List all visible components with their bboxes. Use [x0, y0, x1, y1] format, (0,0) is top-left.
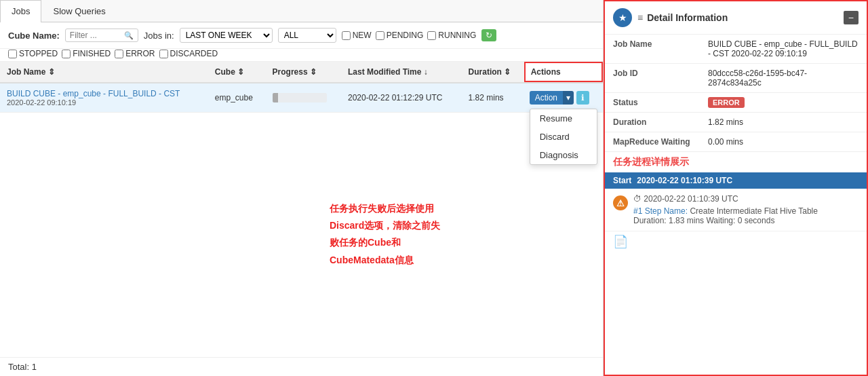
star-button[interactable]: ★ — [613, 8, 632, 27]
filter-bar-row2: STOPPED FINISHED ERROR DISCARDED — [0, 49, 603, 62]
job-name-cell[interactable]: BUILD CUBE - emp_cube - FULL_BUILD - CST… — [0, 83, 208, 113]
checkbox-running[interactable]: RUNNING — [427, 31, 476, 40]
detail-value-mapreduce: 0.00 mins — [700, 132, 867, 152]
step-label: #1 Step Name: — [633, 206, 688, 216]
timeline-entry: ⚠ ⏱ 2020-02-22 01:10:39 UTC #1 Step Name… — [605, 189, 867, 231]
detail-value-status: ERROR — [700, 93, 867, 113]
tab-jobs[interactable]: Jobs — [0, 0, 41, 22]
annotation-line3: 败任务的Cube和 — [330, 234, 440, 251]
action-dropdown-menu: Resume Discard Diagnosis — [530, 109, 597, 165]
jobs-in-select[interactable]: LAST ONE WEEK LAST ONE DAY LAST ONE MONT… — [180, 28, 273, 43]
annotation-line2: Discard选项，清除之前失 — [330, 217, 440, 234]
detail-panel: ★ ≡ Detail Information − Job Name BUILD … — [604, 0, 868, 376]
filter-bar: Cube Name: 🔍 Jobs in: LAST ONE WEEK LAST… — [0, 22, 603, 49]
detail-label-mapreduce: MapReduce Waiting — [605, 132, 700, 152]
actions-cell: Action ▾ ℹ Resume Discard Diagnosis — [524, 83, 603, 113]
step-name: Create Intermediate Flat Hive Table — [690, 206, 818, 216]
detail-row-jobid: Job ID 80dccc58-c26d-1595-bc47-2874c834a… — [605, 64, 867, 93]
document-icon[interactable]: 📄 — [605, 231, 867, 252]
actions-header-cell: Actions — [524, 62, 603, 82]
cube-cell: emp_cube — [208, 83, 266, 113]
detail-row-status: Status ERROR — [605, 93, 867, 113]
detail-value-duration: 1.82 mins — [700, 113, 867, 132]
checkbox-new[interactable]: NEW — [342, 31, 372, 40]
timeline-time: ⏱ 2020-02-22 01:10:39 UTC — [633, 194, 818, 204]
checkboxes-row2: STOPPED FINISHED ERROR DISCARDED — [8, 49, 218, 58]
total-row: Total: 1 — [0, 357, 603, 376]
filter-input[interactable] — [70, 31, 124, 40]
checkbox-discarded[interactable]: DISCARDED — [159, 49, 218, 58]
job-name-link[interactable]: BUILD CUBE - emp_cube - FULL_BUILD - CST — [7, 89, 201, 98]
start-bar: Start 2020-02-22 01:10:39 UTC — [605, 172, 867, 189]
detail-value-jobname: BUILD CUBE - emp_cube - FULL_BUILD - CST… — [700, 35, 867, 64]
detail-header: ★ ≡ Detail Information − — [605, 1, 867, 35]
duration-label: Duration: — [633, 216, 667, 225]
detail-annotation: 任务进程详情展示 — [605, 152, 867, 172]
detail-title: ≡ Detail Information — [637, 12, 838, 23]
col-actions: Actions — [524, 62, 603, 83]
action-button[interactable]: Action — [530, 91, 563, 105]
annotation-line4: CubeMatedata信息 — [330, 252, 440, 269]
detail-label-duration: Duration — [605, 113, 700, 132]
jobs-in-label: Jobs in: — [144, 31, 174, 41]
checkbox-stopped[interactable]: STOPPED — [8, 49, 58, 58]
detail-icon: ≡ — [637, 12, 643, 23]
job-date: 2020-02-22 09:10:19 — [7, 98, 201, 107]
checkboxes-row: NEW PENDING RUNNING — [342, 31, 477, 40]
minimize-button[interactable]: − — [844, 11, 859, 24]
search-icon: 🔍 — [124, 31, 134, 40]
waiting-label: Waiting: — [706, 216, 735, 225]
menu-item-resume[interactable]: Resume — [530, 109, 597, 128]
progress-fill — [273, 93, 278, 102]
detail-label-jobid: Job ID — [605, 64, 700, 93]
warning-icon: ⚠ — [613, 195, 628, 210]
jobs-table: Job Name ⇕ Cube ⇕ Progress ⇕ Last Modifi… — [0, 62, 603, 113]
detail-row-duration: Duration 1.82 mins — [605, 113, 867, 132]
annotation-overlay: 任务执行失败后选择使用 Discard选项，清除之前失 败任务的Cube和 Cu… — [326, 198, 444, 271]
checkbox-error[interactable]: ERROR — [115, 49, 155, 58]
detail-title-text: Detail Information — [647, 12, 728, 23]
action-caret-button[interactable]: ▾ — [563, 91, 574, 105]
jobs-table-container: Job Name ⇕ Cube ⇕ Progress ⇕ Last Modifi… — [0, 62, 603, 357]
menu-item-discard[interactable]: Discard — [530, 128, 597, 146]
duration-cell: 1.82 mins — [462, 83, 524, 113]
checkbox-finished[interactable]: FINISHED — [62, 49, 111, 58]
col-job-name[interactable]: Job Name ⇕ — [0, 62, 208, 83]
timeline-duration: Duration: 1.83 mins Waiting: 0 seconds — [633, 216, 818, 225]
timeline-content: ⏱ 2020-02-22 01:10:39 UTC #1 Step Name: … — [633, 194, 818, 225]
last-modified-cell: 2020-02-22 01:12:29 UTC — [341, 83, 462, 113]
col-progress[interactable]: Progress ⇕ — [266, 62, 341, 83]
table-row[interactable]: BUILD CUBE - emp_cube - FULL_BUILD - CST… — [0, 83, 603, 113]
start-label: Start — [613, 176, 631, 185]
tab-slow-queries[interactable]: Slow Queries — [41, 0, 117, 22]
detail-info-table: Job Name BUILD CUBE - emp_cube - FULL_BU… — [605, 35, 867, 152]
tabs-bar: Jobs Slow Queries — [0, 0, 603, 22]
refresh-button[interactable]: ↻ — [481, 29, 496, 41]
timeline-step: #1 Step Name: Create Intermediate Flat H… — [633, 206, 818, 216]
waiting-value: 0 seconds — [738, 216, 775, 225]
checkbox-pending[interactable]: PENDING — [376, 31, 424, 40]
action-button-group: Action ▾ ℹ — [530, 91, 597, 105]
menu-item-diagnosis[interactable]: Diagnosis — [530, 146, 597, 164]
action-dropdown-wrap: Action ▾ ℹ Resume Discard Diagnosis — [530, 91, 597, 105]
start-time: 2020-02-22 01:10:39 UTC — [637, 176, 732, 185]
detail-row-mapreduce: MapReduce Waiting 0.00 mins — [605, 132, 867, 152]
col-cube[interactable]: Cube ⇕ — [208, 62, 266, 83]
status-select[interactable]: ALL NEW PENDING RUNNING — [278, 28, 336, 43]
cube-name-label: Cube Name: — [8, 31, 60, 41]
duration-value: 1.83 mins — [669, 216, 704, 225]
detail-value-jobid: 80dccc58-c26d-1595-bc47-2874c834a25c — [700, 64, 867, 93]
detail-label-status: Status — [605, 93, 700, 113]
detail-row-jobname: Job Name BUILD CUBE - emp_cube - FULL_BU… — [605, 35, 867, 64]
status-badge: ERROR — [708, 97, 745, 108]
progress-bar — [273, 93, 327, 102]
col-duration[interactable]: Duration ⇕ — [462, 62, 524, 83]
annotation-line1: 任务执行失败后选择使用 — [330, 200, 440, 217]
col-last-modified[interactable]: Last Modified Time ↓ — [341, 62, 462, 83]
filter-input-wrap: 🔍 — [65, 29, 138, 42]
info-button[interactable]: ℹ — [576, 91, 589, 105]
detail-label-jobname: Job Name — [605, 35, 700, 64]
progress-cell — [266, 83, 341, 113]
